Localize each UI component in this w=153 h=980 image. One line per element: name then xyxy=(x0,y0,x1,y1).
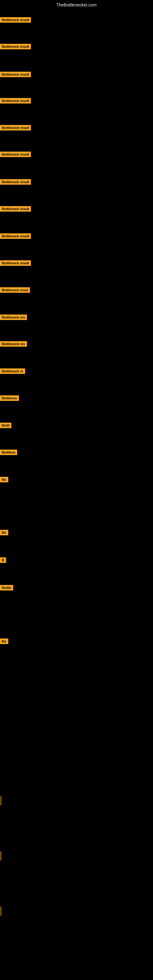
bottleneck-badge[interactable]: Bottleneck res xyxy=(0,315,27,320)
site-title-text: TheBottlenecker.com xyxy=(56,2,97,7)
bottleneck-badge-container: Bottle xyxy=(0,585,13,592)
bottleneck-badge-container: Bottl xyxy=(0,423,11,430)
bottleneck-badge-container: B xyxy=(0,557,6,564)
bottleneck-badge-container: Bottleneck result xyxy=(0,179,31,186)
bottleneck-badge[interactable]: Bottleneck result xyxy=(0,206,31,212)
bottleneck-badge-container: Bottleneck re xyxy=(0,368,25,375)
bottleneck-badge-container: Bottleneck result xyxy=(0,44,31,51)
vertical-line-indicator xyxy=(1,907,1,916)
bottleneck-badge-container: Bottleneck result xyxy=(0,17,31,24)
bottleneck-badge-container: Bo xyxy=(0,530,8,536)
bottleneck-badge[interactable]: Bottleneck result xyxy=(0,98,31,103)
bottleneck-badge-container: Bottleneck result xyxy=(0,206,31,213)
bottleneck-badge[interactable]: Bottleneck result xyxy=(0,179,31,185)
bottleneck-badge-container: Bottleneck res xyxy=(0,315,27,321)
bottleneck-badge[interactable]: Bo xyxy=(0,638,8,644)
bottleneck-badge-container: Bo xyxy=(0,477,8,484)
bottleneck-badge-container: Bottleneck result xyxy=(0,125,31,132)
bottleneck-badge[interactable]: Bottleneck result xyxy=(0,44,31,49)
bottleneck-badge[interactable]: Bottle xyxy=(0,585,13,590)
bottleneck-badge-container: Bottleneck resul xyxy=(0,287,30,294)
bottleneck-badge[interactable]: Bottleneck result xyxy=(0,17,31,23)
bottleneck-badge[interactable]: Bottleneck res xyxy=(0,341,27,347)
site-title: TheBottlenecker.com xyxy=(0,0,153,9)
bottleneck-badge-container: Bo xyxy=(0,638,8,645)
bottleneck-badge-container: Bottleneck res xyxy=(0,341,27,348)
bottleneck-badge[interactable]: Bottl xyxy=(0,423,11,428)
bottleneck-badge[interactable]: Bottleneck result xyxy=(0,260,31,266)
bottleneck-badge-container: Bottleneck result xyxy=(0,98,31,105)
bottleneck-badge[interactable]: Bottlenec xyxy=(0,395,19,401)
bottleneck-badge[interactable]: Bo xyxy=(0,530,8,535)
bottleneck-badge[interactable]: B xyxy=(0,557,6,563)
bottleneck-badge-container: Bottleneck result xyxy=(0,151,31,158)
bottleneck-badge[interactable]: Bo xyxy=(0,477,8,482)
bottleneck-badge-container: Bottleneck result xyxy=(0,72,31,78)
vertical-line-indicator xyxy=(1,796,1,805)
bottleneck-badge[interactable]: Bottleneck result xyxy=(0,125,31,130)
vertical-line-indicator xyxy=(1,851,1,861)
bottleneck-badge-container: Bottleneck result xyxy=(0,260,31,267)
bottleneck-badge[interactable]: Bottleneck resul xyxy=(0,287,30,293)
bottleneck-badge-container: Bottlene xyxy=(0,450,17,456)
bottleneck-badge[interactable]: Bottleneck result xyxy=(0,151,31,157)
bottleneck-badge-container: Bottleneck result xyxy=(0,233,31,240)
bottleneck-badge[interactable]: Bottlene xyxy=(0,450,17,455)
bottleneck-badge[interactable]: Bottleneck re xyxy=(0,368,25,374)
bottleneck-badge[interactable]: Bottleneck result xyxy=(0,72,31,77)
bottleneck-badge-container: Bottlenec xyxy=(0,395,19,402)
bottleneck-badge[interactable]: Bottleneck result xyxy=(0,233,31,239)
